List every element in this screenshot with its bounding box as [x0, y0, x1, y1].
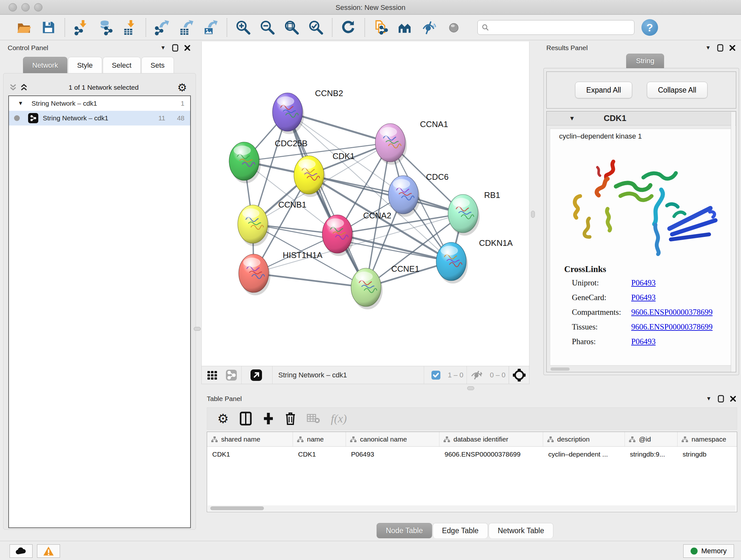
- collapse-all-button[interactable]: Collapse All: [647, 82, 708, 98]
- collapse-all-icon[interactable]: [8, 83, 19, 92]
- results-vertical-scrollbar[interactable]: [731, 112, 735, 372]
- zoom-in-icon[interactable]: [234, 18, 252, 37]
- memory-button[interactable]: Memory: [683, 544, 734, 558]
- right-splitter-handle[interactable]: [531, 211, 535, 218]
- export-table-icon[interactable]: [178, 18, 195, 37]
- table-panel-maximize-icon[interactable]: [718, 395, 724, 402]
- table-cell[interactable]: stringdb: [677, 450, 737, 458]
- tab-network-table[interactable]: Network Table: [488, 523, 553, 538]
- first-neighbors-icon[interactable]: [396, 18, 414, 37]
- export-image-icon[interactable]: [202, 18, 219, 37]
- birds-eye-target-icon[interactable]: [509, 366, 529, 384]
- expand-all-button[interactable]: Expand All: [575, 82, 632, 98]
- network-options-gear-icon[interactable]: ⚙: [178, 83, 187, 92]
- gene-header-row[interactable]: ▼ CDK1: [547, 111, 736, 125]
- save-session-icon[interactable]: [40, 18, 57, 37]
- string-network-graph[interactable]: CCNB2 CCNA1 CDC25B CDK1 CDC6 RB1 CCNB1: [202, 42, 529, 365]
- delete-table-icon[interactable]: [307, 413, 320, 424]
- table-settings-gear-icon[interactable]: ⚙: [217, 411, 229, 426]
- bottom-splitter-handle[interactable]: [467, 386, 474, 390]
- toolbar-search-box[interactable]: [477, 20, 634, 35]
- copy-network-icon[interactable]: [372, 18, 390, 37]
- help-icon[interactable]: ?: [642, 19, 658, 36]
- hidden-eye-slash-icon[interactable]: [471, 370, 483, 381]
- tab-edge-table[interactable]: Edge Table: [433, 523, 488, 538]
- import-network-from-database-icon[interactable]: [96, 18, 114, 37]
- table-scroll-thumb[interactable]: [210, 506, 264, 510]
- network-row[interactable]: String Network – cdk1 11 48: [9, 111, 190, 125]
- node-RB1[interactable]: [448, 194, 480, 236]
- search-input[interactable]: [492, 23, 626, 31]
- tab-string[interactable]: String: [626, 54, 664, 68]
- network-view-canvas[interactable]: CCNB2 CCNA1 CDC25B CDK1 CDC6 RB1 CCNB1: [201, 42, 529, 366]
- zoom-selected-icon[interactable]: [307, 18, 325, 37]
- show-all-icon[interactable]: [445, 18, 463, 37]
- expand-all-icon[interactable]: [19, 83, 30, 92]
- column-header-database-identifier[interactable]: database identifier: [440, 432, 543, 446]
- crosslink-link[interactable]: P06493: [631, 278, 656, 287]
- left-splitter-handle[interactable]: [194, 327, 201, 331]
- node-CCNA1[interactable]: [375, 124, 407, 165]
- column-header-@id[interactable]: @id: [625, 432, 677, 446]
- node-CCNA2[interactable]: [322, 215, 354, 256]
- control-panel-float-icon[interactable]: ▼: [159, 44, 166, 51]
- results-panel-close-icon[interactable]: [729, 44, 736, 51]
- node-CCNB1[interactable]: [238, 205, 269, 246]
- column-header-name[interactable]: name: [293, 432, 346, 446]
- column-header-description[interactable]: description: [543, 432, 625, 446]
- selected-checkbox-icon[interactable]: [431, 370, 441, 380]
- gene-caret-icon[interactable]: ▼: [569, 115, 575, 122]
- node-HIST1H1A[interactable]: [239, 254, 270, 295]
- cloud-status-button[interactable]: [10, 544, 32, 558]
- tree-caret-icon[interactable]: ▼: [18, 100, 23, 107]
- delete-column-trash-icon[interactable]: [285, 412, 296, 426]
- column-header-shared-name[interactable]: shared name: [207, 432, 293, 446]
- network-collection-row[interactable]: ▼ String Network – cdk1 1: [9, 96, 190, 111]
- import-table-from-file-icon[interactable]: [121, 18, 138, 37]
- table-panel-float-icon[interactable]: ▼: [705, 395, 712, 402]
- tab-network[interactable]: Network: [23, 57, 67, 73]
- column-header-namespace[interactable]: namespace: [677, 432, 737, 446]
- tab-select[interactable]: Select: [103, 57, 141, 73]
- results-panel-float-icon[interactable]: ▼: [704, 44, 712, 51]
- node-CCNB2[interactable]: [273, 93, 304, 134]
- table-panel-close-icon[interactable]: [730, 395, 737, 402]
- zoom-out-icon[interactable]: [259, 18, 276, 37]
- table-horizontal-scrollbar[interactable]: [208, 505, 736, 511]
- node-CCNE1[interactable]: [351, 268, 383, 309]
- tab-sets[interactable]: Sets: [141, 57, 174, 73]
- control-panel-close-icon[interactable]: [184, 44, 191, 51]
- function-builder-icon[interactable]: f(x): [331, 412, 347, 425]
- crosslink-link[interactable]: P06493: [631, 337, 656, 346]
- results-panel-maximize-icon[interactable]: [717, 44, 724, 51]
- table-cell[interactable]: cyclin–dependent ...: [543, 450, 625, 458]
- open-file-icon[interactable]: [15, 18, 33, 37]
- warning-status-button[interactable]: [37, 544, 60, 558]
- node-CDK1[interactable]: [294, 156, 326, 197]
- hide-selected-icon[interactable]: [421, 18, 439, 37]
- column-header-canonical-name[interactable]: canonical name: [346, 432, 440, 446]
- table-cell[interactable]: P06493: [346, 450, 440, 458]
- crosslink-link[interactable]: 9606.ENSP00000378699: [631, 322, 713, 331]
- results-horizontal-scroll-thumb[interactable]: [550, 368, 569, 371]
- crosslink-link[interactable]: 9606.ENSP00000378699: [631, 308, 713, 317]
- tab-node-table[interactable]: Node Table: [377, 523, 432, 538]
- tab-style[interactable]: Style: [68, 57, 102, 73]
- create-column-plus-icon[interactable]: [263, 412, 274, 426]
- zoom-fit-icon[interactable]: [283, 18, 300, 37]
- node-CDKN1A[interactable]: [436, 242, 468, 284]
- crosslink-link[interactable]: P06493: [631, 293, 656, 302]
- table-cell[interactable]: CDK1: [293, 450, 346, 458]
- import-network-from-file-icon[interactable]: [72, 18, 90, 37]
- table-cell[interactable]: CDK1: [207, 450, 293, 458]
- table-cell[interactable]: 9606.ENSP00000378699: [440, 450, 543, 458]
- table-cell[interactable]: stringdb:9...: [625, 450, 677, 458]
- open-in-new-window-icon[interactable]: [250, 369, 263, 381]
- refresh-view-icon[interactable]: [340, 18, 357, 37]
- edge-HIST1H1A-CCNE1[interactable]: [254, 273, 366, 287]
- node-CDC6[interactable]: [388, 176, 420, 217]
- show-columns-icon[interactable]: [240, 412, 252, 426]
- table-row[interactable]: CDK1CDK1P064939606.ENSP00000378699cyclin…: [207, 447, 737, 462]
- grid-view-icon[interactable]: [207, 370, 218, 381]
- control-panel-maximize-icon[interactable]: [172, 44, 179, 51]
